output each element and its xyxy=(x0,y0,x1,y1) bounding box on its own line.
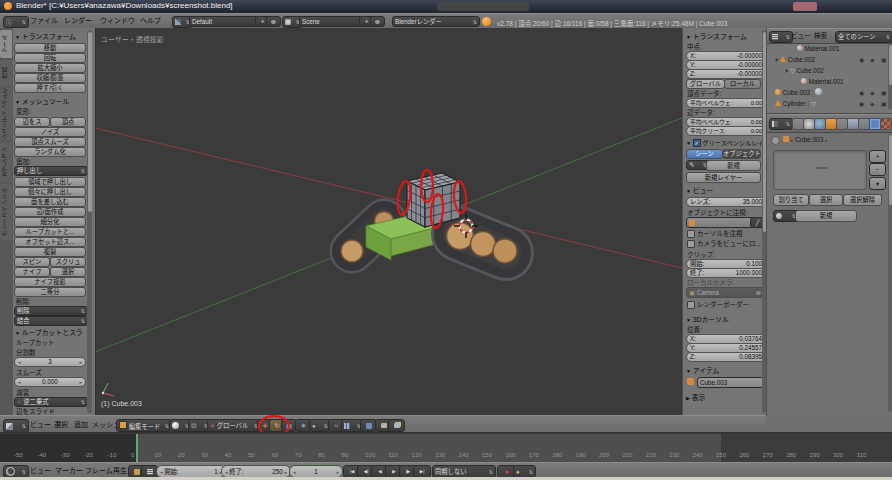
scale-button[interactable]: 拡大縮小 xyxy=(14,63,86,73)
deselect-button[interactable]: 選択解除 xyxy=(843,194,882,206)
timeline-menu-frame[interactable]: フレーム xyxy=(85,464,113,478)
pin-icon[interactable] xyxy=(771,136,780,145)
spin-button[interactable]: スピン xyxy=(14,257,50,267)
np-display-header[interactable]: ▶ 表示 xyxy=(686,393,705,403)
slot-add-button[interactable]: + xyxy=(869,150,886,163)
assign-button[interactable]: 割り当て xyxy=(773,194,809,206)
select-button[interactable]: 選択 xyxy=(809,194,843,206)
outliner-menu-search[interactable]: 検索 xyxy=(814,29,827,43)
menu-render[interactable]: レンダー xyxy=(64,14,92,28)
median-z-field[interactable]: Z:-0.00000 xyxy=(686,69,766,79)
lock-cursor-checkbox[interactable] xyxy=(687,230,695,238)
titlebar[interactable]: Blender* [C:¥Users¥anazawa¥Downloads¥scr… xyxy=(0,0,892,14)
randomize-button[interactable]: ランダム化 xyxy=(14,147,86,157)
current-frame-line[interactable] xyxy=(136,434,138,462)
outliner-menu-view[interactable]: ビュー xyxy=(791,29,811,43)
edge-slide-button[interactable]: 辺をス xyxy=(14,117,50,127)
region-border[interactable] xyxy=(0,432,892,433)
timeline-menu-view[interactable]: ビュー xyxy=(30,464,51,478)
falloff-dropdown[interactable]: ∩ 逆二乗式 ⇅ xyxy=(14,397,88,407)
editor-type-button[interactable]: ⓘ ⇅ xyxy=(3,16,29,28)
view-menu[interactable]: ビュー xyxy=(30,418,51,432)
lock-object-field[interactable] xyxy=(686,217,754,228)
extrude-individual-button[interactable]: 個々に押し出し xyxy=(14,187,86,197)
vertex-bevel-field[interactable]: 平均ベベルウェ:0.00 xyxy=(686,98,766,108)
select-icon[interactable]: ◈ xyxy=(870,88,875,99)
menu-file[interactable]: ファイル xyxy=(30,14,58,28)
np-view-header[interactable]: ▼ ビュー xyxy=(686,186,713,196)
tab-tools[interactable]: ツール xyxy=(0,30,12,58)
expander-icon[interactable]: ▾ xyxy=(785,67,788,74)
material-slot-list[interactable] xyxy=(773,150,867,190)
view3d-editor-button[interactable]: ⇅ xyxy=(3,419,29,433)
local-toggle[interactable]: ローカル xyxy=(724,79,761,89)
material-new-button[interactable]: 新規 xyxy=(795,210,857,222)
loop-cut-button[interactable]: ループカットと... xyxy=(14,227,86,237)
menu-help[interactable]: ヘルプ xyxy=(140,14,161,28)
gp-new-layer-button[interactable]: 新規レイヤー xyxy=(686,172,761,183)
gp-object-toggle[interactable]: オブジェクト xyxy=(722,149,761,159)
smooth-vertex-button[interactable]: 頂点スムーズ xyxy=(14,137,86,147)
viewport-3d[interactable]: ユーザー・透視投影 (1) Cube.003 xyxy=(95,28,682,415)
select-icon[interactable]: ◈ xyxy=(870,55,875,66)
layout-name-field[interactable]: Default xyxy=(189,16,259,27)
offset-edge-slide-button[interactable]: オフセット辺ス... xyxy=(14,237,86,247)
rotate-button[interactable]: 回転 xyxy=(14,53,86,63)
screw-button[interactable]: スクリュ xyxy=(50,257,86,267)
subdivide-button[interactable]: 細分化 xyxy=(14,217,86,227)
local-camera-field[interactable]: ▣ Camera ⊗ xyxy=(686,287,764,298)
panel-transform-header[interactable]: ▼ トランスフォーム xyxy=(15,32,76,42)
knife-select-button[interactable]: 選択 xyxy=(50,267,86,277)
cuts-slider[interactable]: ◂ 3 ▸ xyxy=(14,357,86,367)
lens-field[interactable]: レンズ:35.000 xyxy=(686,197,766,207)
mode-dropdown[interactable]: 編集モード ⇅ xyxy=(116,419,172,432)
outliner-row[interactable]: ▾ ▽ Cube.002 xyxy=(785,66,885,76)
outliner-scrollbar[interactable] xyxy=(888,44,892,110)
np-3d-cursor-header[interactable]: ▼ 3Dカーソル xyxy=(686,315,729,325)
tool-shelf-scrollbar[interactable] xyxy=(87,30,92,413)
tab-grease-pencil[interactable]: グリースペンシル xyxy=(0,184,12,240)
tab-shading-uv[interactable]: シェーディング/UV xyxy=(0,88,12,140)
opengl-anim-button[interactable] xyxy=(388,419,405,432)
panel-mesh-tools-header[interactable]: ▼ メッシュツール xyxy=(15,97,69,107)
merge-dropdown[interactable]: 結合⇅ xyxy=(14,316,88,326)
timeline-ruler[interactable]: -50-40-30-20-100102030405060708090100110… xyxy=(0,439,892,462)
knife-project-button[interactable]: ナイフ投影 xyxy=(14,277,86,287)
slot-remove-button[interactable]: − xyxy=(869,163,886,176)
clip-end-field[interactable]: 終了:1000.000 xyxy=(686,268,766,278)
outliner-filter-dropdown[interactable]: 全てのシーン⇅ xyxy=(835,31,892,43)
smoothness-slider[interactable]: ◂ 0.000 ▸ xyxy=(14,377,86,387)
cursor-z-field[interactable]: Z:0.08395 xyxy=(686,352,766,362)
tab-options[interactable]: オプション xyxy=(0,142,12,182)
add-menu[interactable]: 追加 xyxy=(74,418,88,432)
outliner-row[interactable]: Material.001 xyxy=(801,77,887,87)
vertex-slide-button[interactable]: 頂点 xyxy=(50,117,86,127)
scene-name-field[interactable]: Scene xyxy=(299,16,363,27)
scene-close-button[interactable]: ⊗ xyxy=(370,16,385,27)
bisect-button[interactable]: 二等分 xyxy=(14,287,86,297)
outliner-editor-button[interactable]: ⇅ xyxy=(769,31,793,43)
gp-checkbox[interactable]: ✓ xyxy=(693,139,701,147)
lock-camera-checkbox[interactable] xyxy=(687,240,695,248)
timeline-menu-playback[interactable]: 再生 xyxy=(113,464,127,478)
edge-crease-field[interactable]: 平均クリース:0.00 xyxy=(686,126,766,136)
select-icon[interactable]: ◈ xyxy=(870,99,875,110)
properties-scrollbar[interactable] xyxy=(888,134,892,412)
np-item-header[interactable]: ▼ アイテム xyxy=(686,366,719,376)
eye-icon[interactable]: ◉ xyxy=(859,55,864,66)
render-border-checkbox[interactable] xyxy=(687,301,695,309)
orientation-dropdown[interactable]: ✛ グローバル ⇅ xyxy=(207,419,261,432)
timeline-menu-marker[interactable]: マーカー xyxy=(55,464,83,478)
gp-scene-toggle[interactable]: シーン xyxy=(686,149,723,159)
delete-dropdown[interactable]: 削除⇅ xyxy=(14,306,88,316)
inset-faces-button[interactable]: 面を差し込む xyxy=(14,197,86,207)
properties-editor-button[interactable]: ⇅ xyxy=(769,118,793,130)
tab-texture-icon[interactable] xyxy=(880,118,892,130)
slot-specials-button[interactable]: ▾ xyxy=(869,177,886,190)
gp-new-button[interactable]: 新規 xyxy=(706,160,761,171)
shrink-fatten-button[interactable]: 収縮/膨張 xyxy=(14,73,86,83)
eye-icon[interactable]: ◉ xyxy=(859,88,864,99)
np-grease-pencil-header[interactable]: ▼ ✓ グリースペンシルレイ... xyxy=(686,138,769,148)
make-edge-face-button[interactable]: 辺/面作成 xyxy=(14,207,86,217)
extrude-dropdown[interactable]: 押し出し⇅ xyxy=(14,166,88,176)
